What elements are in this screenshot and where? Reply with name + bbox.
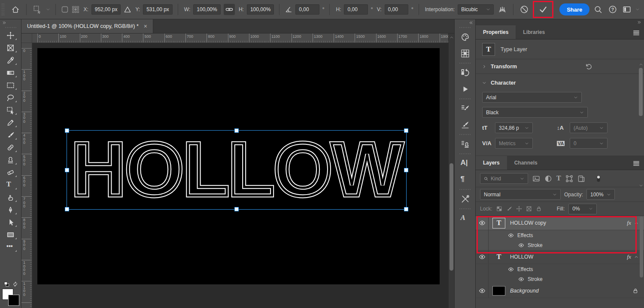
layer-visibility-toggle[interactable] bbox=[476, 216, 489, 230]
panel-swatches-button[interactable] bbox=[457, 46, 473, 61]
filter-toggle-icon[interactable] bbox=[595, 175, 602, 183]
filter-adjustment-layers-icon[interactable] bbox=[544, 175, 552, 183]
ruler-corner[interactable] bbox=[21, 34, 32, 43]
transform-handle-bottom-left[interactable] bbox=[65, 207, 69, 211]
filter-type-layers-icon[interactable]: T bbox=[556, 175, 561, 183]
canvas-vertical-scrollbar[interactable] bbox=[448, 34, 454, 308]
scroll-up-icon[interactable] bbox=[639, 62, 643, 67]
height-input[interactable]: 100,00% bbox=[247, 4, 274, 15]
layer-effect-row-effects[interactable]: Effects bbox=[476, 264, 644, 274]
transform-handle-middle-left[interactable] bbox=[65, 168, 69, 172]
transform-tool-button[interactable] bbox=[32, 3, 43, 15]
y-input[interactable]: 531,00 px bbox=[143, 4, 173, 15]
panel-grip[interactable] bbox=[459, 63, 471, 64]
fill-select[interactable]: 0% bbox=[568, 204, 597, 214]
panel-grip[interactable] bbox=[459, 98, 471, 99]
tab-libraries[interactable]: Libraries bbox=[516, 25, 552, 39]
layer-effect-row-stroke[interactable]: Stroke bbox=[476, 274, 644, 284]
tool-marquee[interactable] bbox=[3, 79, 18, 91]
tool-brush[interactable] bbox=[3, 129, 18, 141]
tracking-select[interactable]: 0 bbox=[570, 138, 608, 149]
transform-handle-top-right[interactable] bbox=[404, 128, 408, 133]
panel-color-button[interactable] bbox=[457, 29, 473, 45]
transform-handle-bottom-middle[interactable] bbox=[234, 207, 239, 211]
tool-artboard[interactable] bbox=[3, 42, 18, 54]
background-color-swatch[interactable] bbox=[8, 295, 19, 306]
search-button[interactable] bbox=[592, 3, 604, 15]
tool-eraser[interactable] bbox=[3, 166, 18, 179]
tool-lasso[interactable] bbox=[3, 91, 18, 104]
kerning-select[interactable]: Metrics bbox=[495, 138, 533, 149]
scrollbar-thumb[interactable] bbox=[450, 163, 453, 271]
panel-glyphs-button[interactable]: A bbox=[457, 210, 473, 226]
tool-type[interactable]: T bbox=[3, 179, 18, 191]
collapse-effects-icon[interactable] bbox=[634, 255, 638, 259]
tool-path-select[interactable] bbox=[3, 216, 18, 229]
reset-transform-icon[interactable] bbox=[584, 63, 592, 70]
filter-smart-objects-icon[interactable] bbox=[577, 175, 585, 183]
help-button[interactable]: ? bbox=[607, 3, 618, 15]
tool-more-tools[interactable]: ••• bbox=[3, 241, 18, 253]
relative-positioning-icon[interactable] bbox=[124, 6, 131, 13]
h-skew-input[interactable]: 0,00 bbox=[344, 4, 368, 15]
horizontal-ruler[interactable]: 0100200300400500600700800900100011001200… bbox=[32, 34, 448, 43]
reference-point-locator[interactable] bbox=[72, 6, 79, 13]
tool-gradient[interactable] bbox=[3, 67, 18, 79]
chevron-down-icon[interactable] bbox=[46, 7, 50, 12]
panel-clone-source-button[interactable] bbox=[457, 136, 473, 152]
panel-history-button[interactable] bbox=[457, 65, 473, 81]
layer-effect-row-stroke[interactable]: Stroke bbox=[476, 240, 644, 250]
scrollbar-thumb[interactable] bbox=[639, 68, 643, 116]
effect-visibility-toggle[interactable] bbox=[518, 242, 524, 248]
panel-character-button[interactable]: A| bbox=[457, 156, 473, 171]
layer-effect-row-effects[interactable]: Effects bbox=[476, 230, 644, 240]
document-tab[interactable]: Untitled-1 @ 100% (HOLLOW copy, RGB/8#) … bbox=[21, 19, 153, 33]
panel-grip[interactable] bbox=[5, 27, 16, 28]
leading-select[interactable]: (Auto) bbox=[570, 122, 608, 133]
interpolation-select[interactable]: Bicubic bbox=[458, 4, 493, 15]
hollow-text[interactable]: HOLLOW HOLLOW bbox=[71, 131, 402, 207]
scroll-up-icon[interactable] bbox=[450, 35, 454, 40]
filter-shape-layers-icon[interactable] bbox=[565, 175, 573, 183]
lock-all-icon[interactable] bbox=[536, 206, 542, 212]
panel-menu-icon[interactable] bbox=[632, 159, 640, 167]
workspace-switcher-button[interactable] bbox=[621, 3, 632, 15]
panel-brushes-button[interactable] bbox=[457, 117, 473, 133]
font-size-select[interactable]: 324,86 p bbox=[495, 122, 533, 133]
effect-visibility-toggle[interactable] bbox=[508, 232, 514, 238]
transform-section-header[interactable]: Transform bbox=[476, 59, 644, 74]
lock-transparent-pixels-icon[interactable] bbox=[496, 206, 502, 212]
canvas[interactable]: HOLLOW HOLLOW bbox=[37, 48, 440, 284]
rotation-input[interactable]: 0,00 bbox=[295, 4, 319, 15]
layer-row-background[interactable]: Background bbox=[476, 284, 644, 298]
x-input[interactable]: 952,00 px bbox=[91, 4, 121, 15]
swap-colors-icon[interactable] bbox=[12, 281, 18, 287]
tool-smudge[interactable] bbox=[3, 191, 18, 204]
chevron-down-icon[interactable] bbox=[635, 7, 640, 12]
panel-menu-icon[interactable] bbox=[632, 29, 640, 37]
transform-handle-top-left[interactable] bbox=[65, 128, 69, 133]
character-section-header[interactable]: Character bbox=[482, 78, 631, 88]
effect-visibility-toggle[interactable] bbox=[508, 266, 514, 272]
filter-pixel-layers-icon[interactable] bbox=[532, 175, 540, 183]
tool-pencil[interactable] bbox=[3, 116, 18, 129]
layers-scrollbar-thumb[interactable] bbox=[640, 217, 643, 278]
panel-group-header[interactable] bbox=[476, 19, 644, 25]
commit-transform-button[interactable] bbox=[537, 3, 549, 15]
tool-object-selection[interactable] bbox=[3, 104, 18, 116]
panel-actions-button[interactable] bbox=[457, 81, 473, 97]
panel-grip[interactable] bbox=[459, 134, 471, 135]
maintain-aspect-ratio-button[interactable] bbox=[224, 4, 235, 15]
cancel-transform-button[interactable] bbox=[519, 3, 530, 15]
blend-mode-select[interactable]: Normal bbox=[480, 189, 561, 200]
vertical-ruler[interactable]: 01 0 02 0 03 0 04 0 05 0 06 0 07 0 08 0 … bbox=[21, 43, 32, 308]
panel-brush-settings-button[interactable] bbox=[457, 101, 473, 116]
tool-healing-brush[interactable] bbox=[3, 141, 18, 154]
tool-move[interactable] bbox=[3, 29, 18, 42]
tool-pen[interactable] bbox=[3, 204, 18, 216]
layer-visibility-toggle[interactable] bbox=[476, 284, 489, 298]
lock-position-icon[interactable] bbox=[516, 206, 522, 212]
transform-bounding-box[interactable]: HOLLOW HOLLOW bbox=[67, 130, 407, 210]
tab-channels[interactable]: Channels bbox=[507, 156, 545, 170]
tool-clone-stamp[interactable] bbox=[3, 154, 18, 166]
